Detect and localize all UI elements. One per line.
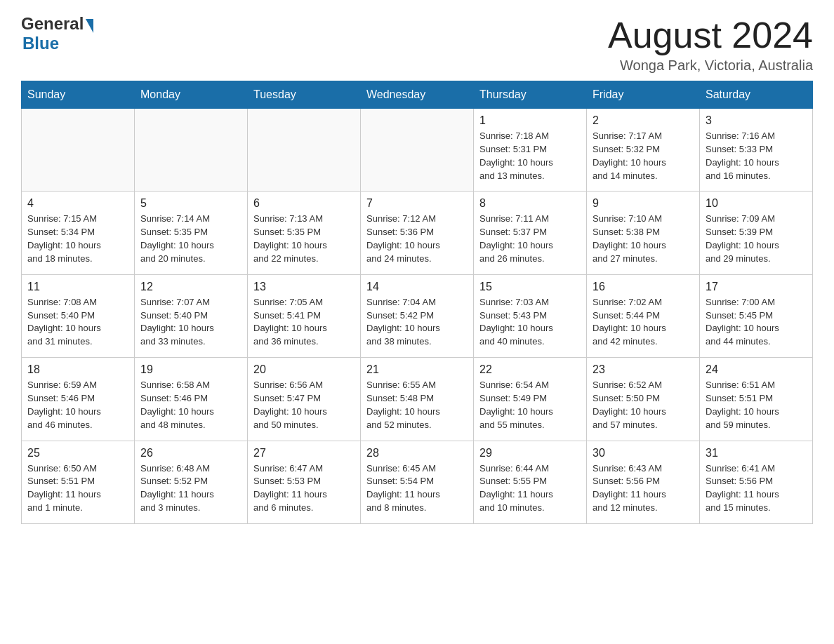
calendar-day-header: Monday [135, 81, 248, 109]
calendar-cell: 25Sunrise: 6:50 AM Sunset: 5:51 PM Dayli… [22, 441, 135, 523]
day-number: 14 [366, 281, 468, 293]
logo: General Blue [21, 14, 93, 53]
day-info: Sunrise: 6:56 AM Sunset: 5:47 PM Dayligh… [253, 379, 355, 431]
day-number: 28 [366, 447, 468, 459]
day-info: Sunrise: 7:08 AM Sunset: 5:40 PM Dayligh… [27, 296, 128, 349]
day-info: Sunrise: 7:10 AM Sunset: 5:38 PM Dayligh… [593, 213, 694, 265]
day-info: Sunrise: 6:58 AM Sunset: 5:46 PM Dayligh… [140, 379, 241, 431]
calendar-cell: 28Sunrise: 6:45 AM Sunset: 5:54 PM Dayli… [361, 441, 474, 523]
calendar-day-header: Sunday [22, 81, 135, 109]
calendar-cell [361, 109, 474, 192]
day-number: 3 [706, 114, 807, 127]
day-info: Sunrise: 7:07 AM Sunset: 5:40 PM Dayligh… [140, 296, 241, 349]
calendar-day-header: Friday [587, 81, 700, 109]
calendar-cell: 26Sunrise: 6:48 AM Sunset: 5:52 PM Dayli… [135, 441, 248, 523]
day-number: 1 [479, 114, 581, 127]
day-info: Sunrise: 7:02 AM Sunset: 5:44 PM Dayligh… [593, 296, 694, 349]
calendar-cell: 8Sunrise: 7:11 AM Sunset: 5:37 PM Daylig… [474, 192, 587, 274]
calendar-cell: 21Sunrise: 6:55 AM Sunset: 5:48 PM Dayli… [361, 358, 474, 441]
logo-triangle-icon [86, 19, 93, 33]
day-number: 5 [140, 197, 241, 210]
calendar-cell [22, 109, 135, 192]
calendar-cell: 29Sunrise: 6:44 AM Sunset: 5:55 PM Dayli… [474, 441, 587, 523]
page-header: General Blue August 2024 Wonga Park, Vic… [21, 14, 813, 74]
calendar-week-row: 4Sunrise: 7:15 AM Sunset: 5:34 PM Daylig… [22, 192, 813, 274]
location-text: Wonga Park, Victoria, Australia [608, 58, 813, 74]
day-number: 4 [27, 197, 128, 210]
calendar-cell: 30Sunrise: 6:43 AM Sunset: 5:56 PM Dayli… [587, 441, 700, 523]
calendar-header-row: SundayMondayTuesdayWednesdayThursdayFrid… [22, 81, 813, 109]
calendar-week-row: 18Sunrise: 6:59 AM Sunset: 5:46 PM Dayli… [22, 358, 813, 441]
day-info: Sunrise: 6:52 AM Sunset: 5:50 PM Dayligh… [593, 379, 694, 431]
day-info: Sunrise: 6:41 AM Sunset: 5:56 PM Dayligh… [706, 462, 807, 515]
calendar-week-row: 25Sunrise: 6:50 AM Sunset: 5:51 PM Dayli… [22, 441, 813, 523]
day-info: Sunrise: 6:44 AM Sunset: 5:55 PM Dayligh… [479, 462, 581, 515]
day-number: 24 [706, 363, 807, 376]
calendar-week-row: 11Sunrise: 7:08 AM Sunset: 5:40 PM Dayli… [22, 274, 813, 357]
calendar-cell: 10Sunrise: 7:09 AM Sunset: 5:39 PM Dayli… [700, 192, 813, 274]
calendar-cell: 23Sunrise: 6:52 AM Sunset: 5:50 PM Dayli… [587, 358, 700, 441]
day-info: Sunrise: 6:59 AM Sunset: 5:46 PM Dayligh… [27, 379, 128, 431]
day-number: 23 [593, 363, 694, 376]
day-number: 2 [593, 114, 694, 127]
day-number: 21 [366, 363, 468, 376]
calendar-cell: 31Sunrise: 6:41 AM Sunset: 5:56 PM Dayli… [700, 441, 813, 523]
calendar-day-header: Saturday [700, 81, 813, 109]
calendar-cell: 16Sunrise: 7:02 AM Sunset: 5:44 PM Dayli… [587, 274, 700, 357]
calendar-cell: 3Sunrise: 7:16 AM Sunset: 5:33 PM Daylig… [700, 109, 813, 192]
day-info: Sunrise: 6:45 AM Sunset: 5:54 PM Dayligh… [366, 462, 468, 515]
day-number: 15 [479, 281, 581, 293]
day-number: 25 [27, 447, 128, 459]
calendar-cell: 22Sunrise: 6:54 AM Sunset: 5:49 PM Dayli… [474, 358, 587, 441]
calendar-table: SundayMondayTuesdayWednesdayThursdayFrid… [21, 81, 813, 524]
calendar-cell: 6Sunrise: 7:13 AM Sunset: 5:35 PM Daylig… [248, 192, 361, 274]
day-info: Sunrise: 7:18 AM Sunset: 5:31 PM Dayligh… [479, 130, 581, 182]
day-number: 16 [593, 281, 694, 293]
calendar-cell: 19Sunrise: 6:58 AM Sunset: 5:46 PM Dayli… [135, 358, 248, 441]
day-number: 20 [253, 363, 355, 376]
day-info: Sunrise: 6:43 AM Sunset: 5:56 PM Dayligh… [593, 462, 694, 515]
calendar-cell: 27Sunrise: 6:47 AM Sunset: 5:53 PM Dayli… [248, 441, 361, 523]
day-number: 29 [479, 447, 581, 459]
calendar-cell: 7Sunrise: 7:12 AM Sunset: 5:36 PM Daylig… [361, 192, 474, 274]
day-info: Sunrise: 6:55 AM Sunset: 5:48 PM Dayligh… [366, 379, 468, 431]
calendar-day-header: Tuesday [248, 81, 361, 109]
day-info: Sunrise: 7:12 AM Sunset: 5:36 PM Dayligh… [366, 213, 468, 265]
day-info: Sunrise: 7:13 AM Sunset: 5:35 PM Dayligh… [253, 213, 355, 265]
calendar-cell: 2Sunrise: 7:17 AM Sunset: 5:32 PM Daylig… [587, 109, 700, 192]
day-info: Sunrise: 6:47 AM Sunset: 5:53 PM Dayligh… [253, 462, 355, 515]
calendar-cell: 1Sunrise: 7:18 AM Sunset: 5:31 PM Daylig… [474, 109, 587, 192]
day-number: 11 [27, 281, 128, 293]
calendar-cell: 11Sunrise: 7:08 AM Sunset: 5:40 PM Dayli… [22, 274, 135, 357]
day-number: 12 [140, 281, 241, 293]
calendar-cell: 24Sunrise: 6:51 AM Sunset: 5:51 PM Dayli… [700, 358, 813, 441]
day-info: Sunrise: 7:09 AM Sunset: 5:39 PM Dayligh… [706, 213, 807, 265]
title-section: August 2024 Wonga Park, Victoria, Austra… [608, 14, 813, 74]
day-number: 31 [706, 447, 807, 459]
day-number: 10 [706, 197, 807, 210]
day-info: Sunrise: 7:11 AM Sunset: 5:37 PM Dayligh… [479, 213, 581, 265]
day-number: 26 [140, 447, 241, 459]
day-info: Sunrise: 7:00 AM Sunset: 5:45 PM Dayligh… [706, 296, 807, 349]
day-number: 8 [479, 197, 581, 210]
calendar-cell: 5Sunrise: 7:14 AM Sunset: 5:35 PM Daylig… [135, 192, 248, 274]
day-info: Sunrise: 6:50 AM Sunset: 5:51 PM Dayligh… [27, 462, 128, 515]
day-info: Sunrise: 7:14 AM Sunset: 5:35 PM Dayligh… [140, 213, 241, 265]
day-number: 6 [253, 197, 355, 210]
calendar-day-header: Wednesday [361, 81, 474, 109]
calendar-cell: 17Sunrise: 7:00 AM Sunset: 5:45 PM Dayli… [700, 274, 813, 357]
day-info: Sunrise: 6:54 AM Sunset: 5:49 PM Dayligh… [479, 379, 581, 431]
day-number: 7 [366, 197, 468, 210]
calendar-cell [248, 109, 361, 192]
day-info: Sunrise: 7:04 AM Sunset: 5:42 PM Dayligh… [366, 296, 468, 349]
day-number: 19 [140, 363, 241, 376]
day-info: Sunrise: 7:17 AM Sunset: 5:32 PM Dayligh… [593, 130, 694, 182]
day-number: 22 [479, 363, 581, 376]
day-number: 9 [593, 197, 694, 210]
day-info: Sunrise: 7:03 AM Sunset: 5:43 PM Dayligh… [479, 296, 581, 349]
day-info: Sunrise: 6:51 AM Sunset: 5:51 PM Dayligh… [706, 379, 807, 431]
calendar-cell: 9Sunrise: 7:10 AM Sunset: 5:38 PM Daylig… [587, 192, 700, 274]
calendar-week-row: 1Sunrise: 7:18 AM Sunset: 5:31 PM Daylig… [22, 109, 813, 192]
calendar-cell: 12Sunrise: 7:07 AM Sunset: 5:40 PM Dayli… [135, 274, 248, 357]
calendar-cell: 20Sunrise: 6:56 AM Sunset: 5:47 PM Dayli… [248, 358, 361, 441]
